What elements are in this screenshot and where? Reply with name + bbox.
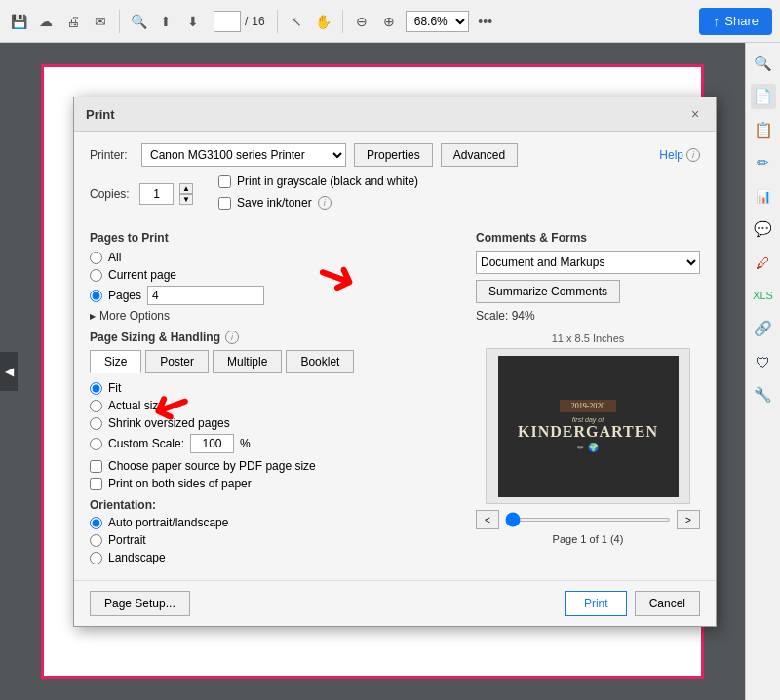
all-radio[interactable] (90, 252, 102, 264)
both-sides-checkbox[interactable] (90, 478, 102, 490)
left-column: Pages to Print All Current page Pages (90, 223, 460, 568)
next-page-icon[interactable]: ⬇ (182, 11, 204, 32)
fit-radio[interactable] (90, 382, 102, 395)
actual-size-radio[interactable] (90, 400, 102, 412)
zoom-control: 68.6% (406, 11, 469, 32)
sidebar-shield-icon[interactable]: 🛡 (751, 349, 776, 374)
choose-paper-label: Choose paper source by PDF page size (108, 459, 316, 473)
left-nav-arrow[interactable]: ◀ (0, 352, 18, 391)
choose-paper-row: Choose paper source by PDF page size (90, 459, 460, 473)
zoom-select[interactable]: 68.6% (406, 11, 469, 32)
all-pages-row: All (90, 251, 460, 264)
pages-radio[interactable] (90, 290, 102, 302)
current-page-radio[interactable] (90, 269, 102, 282)
prev-preview-button[interactable]: < (476, 510, 499, 529)
zoom-out-text-icon[interactable]: 🔍 (128, 11, 149, 32)
printer-row: Printer: Canon MG3100 series Printer Pro… (90, 143, 700, 167)
custom-scale-radio[interactable] (90, 438, 102, 450)
more-options-label: More Options (99, 309, 170, 323)
close-button[interactable]: × (686, 105, 704, 123)
choose-paper-checkbox[interactable] (90, 460, 102, 473)
dialog-title: Print (86, 107, 115, 122)
preview-navigation: < > (476, 510, 700, 529)
printer-select[interactable]: Canon MG3100 series Printer (141, 143, 346, 167)
total-pages: 16 (252, 15, 264, 28)
page-sizing-info-icon: i (225, 331, 239, 344)
grayscale-label: Print in grayscale (black and white) (237, 175, 418, 188)
chalk-sub: ✏ 🌍 (577, 443, 599, 452)
more-options[interactable]: More Options (90, 309, 460, 323)
separator-2 (277, 10, 278, 33)
landscape-label: Landscape (108, 551, 166, 564)
dialog-body: Printer: Canon MG3100 series Printer Pro… (74, 132, 716, 580)
sizing-tabs: Size Poster Multiple Booklet (90, 350, 460, 373)
preview-slider[interactable] (505, 518, 671, 522)
poster-tab[interactable]: Poster (145, 350, 209, 373)
next-preview-button[interactable]: > (677, 510, 700, 529)
forms-dropdown[interactable]: Document and Markups (476, 251, 700, 274)
page-sizing-header: Page Sizing & Handling (90, 331, 220, 344)
sidebar-export-icon[interactable]: 📊 (751, 183, 776, 209)
page-setup-button[interactable]: Page Setup... (90, 591, 190, 616)
sidebar-bookmark-icon[interactable]: 📄 (751, 84, 776, 109)
both-sides-label: Print on both sides of paper (108, 477, 252, 490)
landscape-row: Landscape (90, 551, 460, 564)
cursor-tool-icon[interactable]: ↖ (286, 11, 307, 32)
actual-size-label: Actual size (108, 399, 165, 412)
current-page-label: Current page (108, 268, 176, 282)
custom-scale-input[interactable] (190, 434, 234, 453)
sidebar-tools-icon[interactable]: 🔧 (751, 382, 776, 408)
current-page-row: Current page (90, 268, 460, 282)
zoom-out-icon[interactable]: ⊖ (351, 11, 372, 32)
email-icon[interactable]: ✉ (90, 11, 111, 32)
current-page-input[interactable]: 4 (214, 11, 241, 32)
auto-orientation-radio[interactable] (90, 517, 102, 529)
booklet-tab[interactable]: Booklet (286, 350, 354, 373)
shrink-label: Shrink oversized pages (108, 416, 230, 430)
sidebar-zoom-icon[interactable]: 🔍 (751, 51, 776, 76)
orientation-header: Orientation: (90, 498, 156, 512)
shrink-radio[interactable] (90, 417, 102, 430)
save-ink-checkbox[interactable] (218, 197, 231, 210)
hand-tool-icon[interactable]: ✋ (313, 11, 334, 32)
pages-row: Pages (90, 286, 460, 305)
landscape-radio[interactable] (90, 552, 102, 564)
size-tab[interactable]: Size (90, 350, 141, 373)
sidebar-xls-icon[interactable]: XLS (751, 283, 776, 308)
copies-up-button[interactable]: ▲ (179, 183, 193, 194)
document-preview: Print × Printer: Canon MG3100 series Pri… (41, 64, 704, 679)
help-link[interactable]: Help i (659, 148, 700, 162)
more-options-icon[interactable]: ••• (475, 11, 496, 32)
copies-down-button[interactable]: ▼ (179, 194, 193, 205)
zoom-in-icon[interactable]: ⊕ (378, 11, 400, 32)
pages-input[interactable] (147, 286, 264, 305)
page-navigation: 4 / 16 (214, 11, 265, 32)
print-dialog: Print × Printer: Canon MG3100 series Pri… (73, 97, 717, 627)
properties-button[interactable]: Properties (354, 143, 433, 167)
advanced-button[interactable]: Advanced (441, 143, 518, 167)
sidebar-layer-icon[interactable]: 📋 (751, 117, 776, 142)
summarize-button[interactable]: Summarize Comments (476, 280, 620, 303)
upload-icon[interactable]: ☁ (35, 11, 57, 32)
sidebar-pen-icon[interactable]: 🖊 (751, 250, 776, 275)
printer-label: Printer: (90, 148, 134, 162)
multiple-tab[interactable]: Multiple (213, 350, 282, 373)
right-column: Comments & Forms Document and Markups Su… (476, 223, 700, 568)
sidebar-link-icon[interactable]: 🔗 (751, 316, 776, 341)
grayscale-checkbox[interactable] (218, 175, 231, 188)
share-button[interactable]: Share (699, 8, 772, 35)
preview-area: 2019-2020 first day of KINDERGARTEN ✏ 🌍 (486, 348, 690, 504)
all-label: All (108, 251, 121, 264)
print-icon[interactable]: 🖨 (62, 11, 84, 32)
custom-scale-label: Custom Scale: (108, 437, 184, 450)
prev-page-icon[interactable]: ⬆ (155, 11, 176, 32)
sidebar-edit-icon[interactable]: ✏ (751, 150, 776, 175)
cancel-button[interactable]: Cancel (635, 591, 700, 616)
save-icon[interactable]: 💾 (8, 11, 29, 32)
copies-input[interactable] (139, 183, 174, 205)
print-button[interactable]: Print (566, 591, 627, 616)
save-ink-info-icon: i (318, 196, 332, 210)
sidebar-comment-icon[interactable]: 💬 (751, 216, 776, 242)
portrait-radio[interactable] (90, 534, 102, 547)
portrait-label: Portrait (108, 533, 146, 547)
